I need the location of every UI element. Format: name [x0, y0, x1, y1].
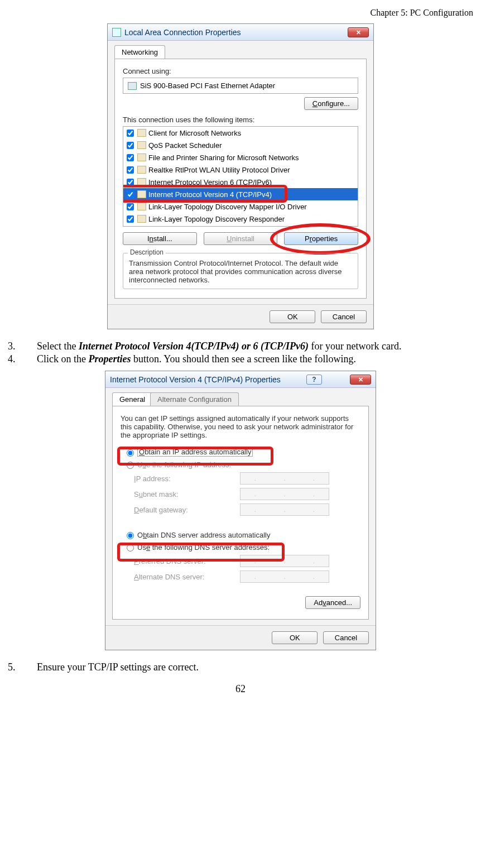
cancel-button[interactable]: Cancel [321, 310, 367, 323]
description-text: Transmission Control Protocol/Internet P… [129, 259, 352, 284]
dialog-footer: OK Cancel [105, 625, 376, 650]
radio-input[interactable] [127, 449, 134, 457]
list-item[interactable]: Link-Layer Topology Discovery Responder [123, 213, 358, 225]
intro-text: You can get IP settings assigned automat… [121, 414, 360, 439]
checkbox[interactable] [127, 191, 134, 198]
ip-input: ... [240, 472, 329, 485]
figure-1: Local Area Connection Properties ✕ Netwo… [4, 23, 477, 329]
step-5: 5. Ensure your TCP/IP settings are corre… [8, 661, 473, 673]
ip-address-field: IP address: ... [134, 472, 360, 485]
items-listbox[interactable]: Client for Microsoft Networks QoS Packet… [123, 126, 358, 227]
close-button[interactable]: ✕ [350, 375, 371, 385]
qos-icon [137, 141, 146, 149]
checkbox[interactable] [127, 179, 134, 186]
preferred-dns-field: Preferred DNS server: ... [134, 555, 360, 567]
radio-input[interactable] [127, 462, 134, 469]
tab-alternate[interactable]: Alternate Configuration [150, 392, 239, 406]
checkbox[interactable] [127, 154, 134, 161]
step-3: 3. Select the Internet Protocol Version … [8, 341, 473, 352]
adapter-name: SiS 900-Based PCI Fast Ethernet Adapter [140, 81, 275, 90]
ok-button[interactable]: OK [270, 310, 315, 323]
properties-button[interactable]: Properties [284, 232, 358, 245]
cancel-button[interactable]: Cancel [323, 631, 369, 644]
list-item[interactable]: QoS Packet Scheduler [123, 139, 358, 151]
share-icon [137, 154, 146, 161]
tab-networking[interactable]: Networking [114, 45, 165, 59]
list-item[interactable]: Realtke RtlProt WLAN Utility Protocol Dr… [123, 164, 358, 176]
list-item-selected[interactable]: Internet Protocol Version 4 (TCP/IPv4) [123, 188, 358, 200]
adapter-field[interactable]: SiS 900-Based PCI Fast Ethernet Adapter [123, 78, 358, 94]
ip-input: ... [240, 570, 329, 583]
protocol-icon [137, 215, 146, 223]
checkbox[interactable] [127, 130, 134, 137]
protocol-icon [137, 166, 146, 174]
help-button[interactable]: ? [306, 375, 322, 385]
ip-input: ... [240, 503, 329, 516]
page-number: 62 [4, 683, 477, 695]
list-item[interactable]: Internet Protocol Version 6 (TCP/IPv6) [123, 176, 358, 188]
items-label: This connection uses the following items… [123, 116, 358, 124]
radio-dns-manual[interactable]: Use the following DNS server addresses: [124, 543, 360, 552]
radio-ip-auto[interactable]: Obtain an IP address automatically [124, 447, 360, 457]
close-button[interactable]: ✕ [348, 27, 369, 37]
checkbox[interactable] [127, 142, 134, 149]
dialog-ipv4-properties: Internet Protocol Version 4 (TCP/IPv4) P… [105, 371, 376, 650]
window-title: Local Area Connection Properties [124, 28, 241, 37]
radio-dns-auto[interactable]: Obtain DNS server address automatically [124, 530, 360, 539]
client-icon [137, 129, 146, 137]
list-item[interactable]: Client for Microsoft Networks [123, 127, 358, 139]
protocol-icon [137, 190, 146, 198]
install-button[interactable]: Install... [123, 232, 197, 245]
dialog-lan-properties: Local Area Connection Properties ✕ Netwo… [107, 23, 374, 329]
connect-using-label: Connect using: [123, 67, 358, 75]
ok-button[interactable]: OK [272, 631, 318, 644]
list-item[interactable]: File and Printer Sharing for Microsoft N… [123, 151, 358, 164]
checkbox[interactable] [127, 215, 134, 223]
alternate-dns-field: Alternate DNS server: ... [134, 570, 360, 583]
radio-ip-manual[interactable]: Use the following IP address: [124, 460, 360, 469]
dialog-footer: OK Cancel [108, 304, 373, 329]
ip-input: ... [240, 488, 329, 500]
chapter-header: Chapter 5: PC Configuration [4, 8, 473, 18]
subnet-field: Subnet mask: ... [134, 488, 360, 500]
titlebar: Internet Protocol Version 4 (TCP/IPv4) P… [105, 371, 376, 388]
titlebar: Local Area Connection Properties ✕ [108, 24, 373, 41]
advanced-button[interactable]: Advanced... [305, 596, 360, 609]
radio-input[interactable] [127, 532, 134, 539]
description-group: Description Transmission Control Protoco… [123, 253, 358, 289]
figure-2: Internet Protocol Version 4 (TCP/IPv4) P… [4, 371, 477, 650]
protocol-icon [137, 178, 146, 186]
checkbox[interactable] [127, 166, 134, 174]
checkbox[interactable] [127, 203, 134, 210]
gateway-field: Default gateway: ... [134, 503, 360, 516]
protocol-icon [137, 203, 146, 210]
step-4: 4. Click on the Properties button. You s… [8, 353, 473, 365]
adapter-icon [128, 82, 137, 90]
window-title: Internet Protocol Version 4 (TCP/IPv4) P… [110, 375, 281, 384]
list-item[interactable]: Link-Layer Topology Discovery Mapper I/O… [123, 200, 358, 213]
radio-input[interactable] [127, 544, 134, 552]
configure-button[interactable]: Configure... [304, 97, 358, 110]
network-icon [112, 28, 121, 37]
ip-input: ... [240, 555, 329, 567]
tab-general[interactable]: General [112, 392, 152, 406]
description-legend: Description [128, 248, 166, 256]
uninstall-button[interactable]: Uninstall [204, 232, 278, 245]
